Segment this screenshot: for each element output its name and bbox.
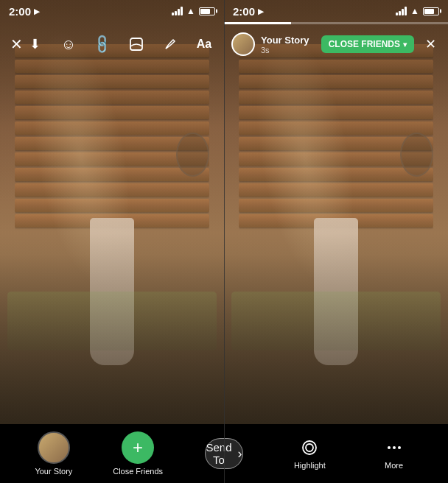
more-item[interactable]: More [384, 437, 405, 470]
photo-background [0, 0, 224, 424]
wifi-icon: ▲ [186, 6, 195, 16]
location-arrow-icon: ▶ [34, 7, 40, 15]
sticker-icon[interactable] [125, 32, 148, 56]
toolbar-right-icons: ⬇ ☺ 🔗 Aa [23, 32, 216, 56]
right-room-atmosphere [224, 0, 448, 424]
more-icon [384, 437, 405, 458]
close-friends-add-icon: + [122, 431, 154, 464]
signal-icon [172, 7, 183, 15]
right-time: 2:00 ▶ [233, 5, 264, 18]
left-status-bar: 2:00 ▶ ▲ [0, 0, 224, 22]
story-progress-fill [224, 22, 291, 24]
right-status-bar: 2:00 ▶ ▲ [224, 0, 448, 22]
emoji-icon[interactable]: ☺ [57, 32, 80, 56]
left-story-panel: 2:00 ▶ ▲ ✕ ⬇ ☺ 🔗 [0, 0, 224, 424]
left-status-icons: ▲ [172, 6, 215, 16]
draw-icon[interactable] [158, 32, 182, 56]
svg-point-3 [388, 446, 391, 449]
svg-point-2 [306, 444, 313, 451]
story-name: Your Story [261, 35, 321, 46]
your-story-avatar [38, 431, 70, 464]
story-close-button[interactable]: ✕ [420, 34, 441, 54]
story-editor-toolbar: ✕ ⬇ ☺ 🔗 Aa [0, 26, 224, 63]
right-signal-icon [396, 7, 407, 15]
room-atmosphere [0, 0, 224, 424]
bottom-right-section: Highlight More [251, 437, 448, 470]
link-icon[interactable]: 🔗 [85, 27, 119, 60]
svg-point-4 [393, 446, 396, 449]
left-time: 2:00 ▶ [9, 5, 40, 18]
right-wifi-icon: ▲ [410, 6, 419, 16]
battery-icon [199, 7, 215, 15]
highlight-item[interactable]: Highlight [294, 437, 326, 470]
story-progress-bar [224, 22, 448, 24]
close-friends-item[interactable]: + Close Friends [113, 431, 163, 476]
story-time: 3s [261, 46, 321, 54]
download-icon[interactable]: ⬇ [23, 32, 46, 56]
your-story-item[interactable]: Your Story [35, 431, 72, 476]
bottom-left-section: Your Story + Close Friends [0, 431, 197, 476]
your-story-label: Your Story [35, 467, 72, 476]
story-top-bar: Your Story 3s CLOSE FRIENDS ▾ ✕ [224, 26, 448, 63]
highlight-icon [299, 437, 320, 458]
story-info: Your Story 3s [261, 35, 321, 54]
right-battery-icon [423, 7, 439, 15]
text-icon[interactable]: Aa [192, 32, 216, 56]
more-label: More [385, 461, 403, 470]
panel-divider [224, 0, 225, 424]
chevron-down-icon: ▾ [403, 40, 407, 49]
send-to-arrow-icon: › [238, 446, 242, 462]
highlight-label: Highlight [294, 461, 326, 470]
svg-point-5 [398, 446, 401, 449]
right-location-icon: ▶ [258, 7, 264, 15]
right-story-panel: 2:00 ▶ ▲ Your Story 3s [224, 0, 448, 424]
close-button[interactable]: ✕ [10, 32, 23, 56]
avatar [231, 32, 255, 56]
svg-point-1 [303, 441, 316, 454]
right-photo-background [224, 0, 448, 424]
close-friends-button[interactable]: CLOSE FRIENDS ▾ [321, 35, 414, 53]
close-friends-label: Close Friends [113, 467, 163, 476]
right-status-icons: ▲ [396, 6, 439, 16]
